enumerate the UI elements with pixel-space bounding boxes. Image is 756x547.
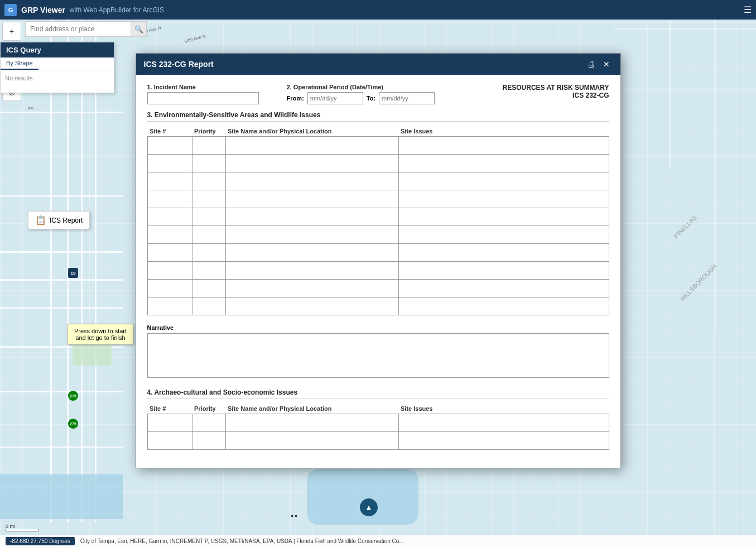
cell-name-loc[interactable] (225, 208, 398, 226)
cell-priority-s4[interactable] (192, 432, 225, 450)
input-site-num[interactable] (149, 299, 191, 314)
input-priority-s4[interactable] (194, 415, 224, 430)
cell-site-issues[interactable] (398, 280, 609, 298)
cell-site-num[interactable] (147, 208, 192, 226)
cell-site-num[interactable] (147, 298, 192, 315)
cell-name-loc[interactable] (225, 298, 398, 315)
input-name-loc[interactable] (227, 156, 397, 171)
cell-name-loc-s4[interactable] (225, 414, 398, 432)
input-site-num[interactable] (149, 209, 191, 224)
cell-site-issues[interactable] (398, 262, 609, 280)
cell-name-loc[interactable] (225, 190, 398, 208)
input-name-loc[interactable] (227, 138, 397, 153)
input-site-num[interactable] (149, 191, 191, 207)
cell-priority[interactable] (192, 226, 225, 244)
cell-name-loc[interactable] (225, 172, 398, 190)
input-name-loc[interactable] (227, 281, 397, 296)
input-site-issues[interactable] (400, 281, 608, 296)
cell-priority[interactable] (192, 262, 225, 280)
cell-name-loc[interactable] (225, 244, 398, 262)
cell-site-issues[interactable] (398, 172, 609, 190)
input-name-loc-s4[interactable] (227, 415, 397, 430)
cell-priority[interactable] (192, 208, 225, 226)
cell-site-num[interactable] (147, 172, 192, 190)
print-button[interactable]: 🖨 (585, 58, 597, 70)
cell-site-issues[interactable] (398, 208, 609, 226)
input-priority[interactable] (194, 209, 224, 224)
cell-site-num[interactable] (147, 244, 192, 262)
cell-site-issues[interactable] (398, 155, 609, 172)
input-site-issues[interactable] (400, 156, 608, 171)
cell-name-loc[interactable] (225, 280, 398, 298)
input-site-issues[interactable] (400, 138, 608, 153)
cell-site-issues[interactable] (398, 226, 609, 244)
input-site-num-s4[interactable] (149, 433, 191, 448)
cell-priority[interactable] (192, 298, 225, 315)
cell-name-loc[interactable] (225, 137, 398, 155)
input-site-num[interactable] (149, 245, 191, 260)
input-site-issues[interactable] (400, 263, 608, 278)
input-site-num[interactable] (149, 263, 191, 278)
cell-site-num[interactable] (147, 137, 192, 155)
input-site-issues[interactable] (400, 174, 608, 189)
input-site-issues[interactable] (400, 245, 608, 260)
input-priority[interactable] (194, 227, 224, 242)
cell-name-loc-s4[interactable] (225, 432, 398, 450)
cell-site-num[interactable] (147, 280, 192, 298)
cell-site-issues[interactable] (398, 137, 609, 155)
cell-priority[interactable] (192, 172, 225, 190)
input-site-issues[interactable] (400, 227, 608, 242)
from-date-input[interactable] (307, 92, 363, 104)
input-name-loc[interactable] (227, 263, 397, 278)
cell-priority[interactable] (192, 155, 225, 172)
cell-priority[interactable] (192, 244, 225, 262)
input-name-loc[interactable] (227, 245, 397, 260)
to-date-input[interactable] (379, 92, 435, 104)
narrative-textarea[interactable] (147, 333, 609, 378)
input-name-loc[interactable] (227, 209, 397, 224)
cell-priority[interactable] (192, 137, 225, 155)
cell-priority[interactable] (192, 190, 225, 208)
input-priority[interactable] (194, 156, 224, 171)
cell-name-loc[interactable] (225, 155, 398, 172)
input-name-loc[interactable] (227, 299, 397, 314)
input-priority[interactable] (194, 263, 224, 278)
cell-site-issues-s4[interactable] (398, 414, 609, 432)
cell-site-issues-s4[interactable] (398, 432, 609, 450)
modal-body[interactable]: 1. Incident Name 2. Operational Period (… (136, 75, 620, 468)
close-button[interactable]: ✕ (600, 58, 613, 70)
cell-site-num[interactable] (147, 262, 192, 280)
cell-name-loc[interactable] (225, 262, 398, 280)
cell-site-issues[interactable] (398, 190, 609, 208)
input-site-num[interactable] (149, 227, 191, 242)
input-site-issues-s4[interactable] (400, 433, 608, 448)
input-site-issues-s4[interactable] (400, 415, 608, 430)
input-site-num[interactable] (149, 156, 191, 171)
input-name-loc[interactable] (227, 191, 397, 207)
input-site-num[interactable] (149, 174, 191, 189)
input-priority[interactable] (194, 281, 224, 296)
cell-site-num[interactable] (147, 155, 192, 172)
cell-priority-s4[interactable] (192, 414, 225, 432)
input-name-loc-s4[interactable] (227, 433, 397, 448)
cell-name-loc[interactable] (225, 226, 398, 244)
cell-site-issues[interactable] (398, 298, 609, 315)
input-site-issues[interactable] (400, 299, 608, 314)
cell-site-num[interactable] (147, 226, 192, 244)
input-priority[interactable] (194, 299, 224, 314)
input-site-issues[interactable] (400, 209, 608, 224)
input-priority[interactable] (194, 191, 224, 207)
input-priority[interactable] (194, 174, 224, 189)
cell-site-num-s4[interactable] (147, 414, 192, 432)
input-priority[interactable] (194, 138, 224, 153)
input-site-num[interactable] (149, 281, 191, 296)
input-priority-s4[interactable] (194, 433, 224, 448)
menu-icon[interactable]: ☰ (744, 4, 752, 15)
input-site-issues[interactable] (400, 191, 608, 207)
input-name-loc[interactable] (227, 174, 397, 189)
cell-site-num[interactable] (147, 190, 192, 208)
input-site-num[interactable] (149, 138, 191, 153)
cell-site-issues[interactable] (398, 244, 609, 262)
input-priority[interactable] (194, 245, 224, 260)
input-name-loc[interactable] (227, 227, 397, 242)
